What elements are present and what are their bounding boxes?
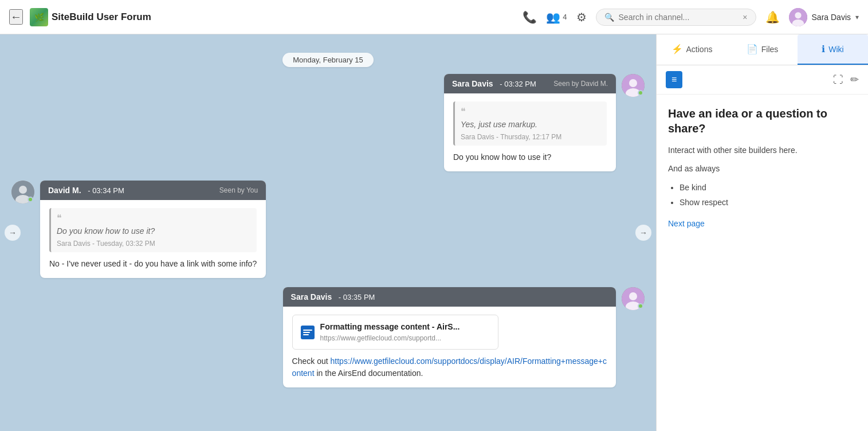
- phone-button[interactable]: 📞: [523, 10, 537, 24]
- chevron-down-icon: ▾: [855, 13, 859, 21]
- format-button[interactable]: ≡: [666, 71, 682, 88]
- list-item: Show respect: [680, 196, 857, 209]
- avatar-container: [11, 181, 34, 203]
- tab-actions-label: Actions: [686, 45, 713, 54]
- next-page-link[interactable]: Next page: [668, 219, 705, 228]
- app-logo: 🌿 SiteBuild User Forum: [30, 8, 151, 26]
- date-divider: Monday, February 15: [11, 53, 645, 67]
- svg-point-4: [629, 79, 637, 87]
- avatar-container: [622, 287, 645, 310]
- app-title: SiteBuild User Forum: [52, 11, 151, 23]
- chat-area: → → Monday, February 15 Sara Davis - 03:…: [0, 34, 656, 431]
- search-input[interactable]: [619, 13, 739, 22]
- collapse-right-button[interactable]: →: [635, 225, 651, 241]
- files-icon: 📄: [747, 44, 758, 54]
- tab-wiki-label: Wiki: [828, 45, 843, 54]
- members-button[interactable]: 👥 4: [546, 10, 567, 24]
- bubble-body: Formatting message content - AirS... htt…: [283, 307, 616, 387]
- quote-block: ❝ Do you know how to use it? Sara Davis …: [49, 208, 257, 252]
- message-body-text: No - I've never used it - do you have a …: [49, 258, 257, 270]
- message-sender: Sara Davis: [291, 292, 332, 301]
- message-body-text: Check out https://www.getfilecloud.com/s…: [292, 355, 607, 379]
- search-clear-icon[interactable]: ×: [743, 13, 747, 22]
- message-body-text: Do you know how to use it?: [453, 151, 607, 163]
- search-icon: 🔍: [604, 13, 614, 22]
- toolbar-right: ⛶ ✏: [833, 73, 859, 86]
- message-bubble: David M. - 03:34 PM Seen by You ❝ Do you…: [40, 181, 266, 278]
- svg-point-1: [795, 12, 801, 18]
- link-preview: Formatting message content - AirS... htt…: [292, 315, 498, 350]
- collapse-left-button[interactable]: →: [5, 225, 21, 241]
- link-preview-url: https://www.getfilecloud.com/supportd...: [320, 333, 460, 343]
- quote-author: Sara Davis - Thursday, 12:17 PM: [461, 132, 601, 142]
- link-preview-icon: [301, 326, 315, 339]
- search-box: 🔍 ×: [596, 9, 756, 26]
- quote-icon: ❝: [461, 107, 466, 116]
- members-icon: 👥: [546, 10, 560, 24]
- edit-button[interactable]: ✏: [850, 73, 859, 86]
- quote-icon: ❝: [57, 213, 62, 223]
- link-preview-title: Formatting message content - AirS...: [320, 321, 460, 333]
- panel-tabs: ⚡ Actions 📄 Files ℹ Wiki: [657, 34, 868, 65]
- message-bubble: Sara Davis - 03:32 PM Seen by David M. ❝…: [444, 74, 616, 171]
- bubble-header: Sara Davis - 03:35 PM: [283, 287, 616, 307]
- message-sender: Sara Davis: [452, 79, 493, 88]
- online-status-dot: [638, 303, 643, 309]
- header-actions: 📞 👥 4 ⚙ 🔍 × 🔔 Sara Davis ▾: [523, 8, 859, 26]
- main-layout: → → Monday, February 15 Sara Davis - 03:…: [0, 34, 868, 431]
- tab-actions[interactable]: ⚡ Actions: [657, 34, 727, 65]
- chat-messages: Monday, February 15 Sara Davis - 03:32 P…: [0, 34, 656, 431]
- wiki-icon: ℹ: [822, 44, 825, 54]
- table-row: David M. - 03:34 PM Seen by You ❝ Do you…: [11, 181, 645, 278]
- date-label: Monday, February 15: [282, 53, 374, 67]
- message-time: - 03:34 PM: [86, 186, 124, 195]
- tab-files[interactable]: 📄 Files: [727, 34, 798, 65]
- app-header: ← 🌿 SiteBuild User Forum 📞 👥 4 ⚙ 🔍 × 🔔: [0, 0, 868, 34]
- online-status-dot: [28, 197, 33, 202]
- settings-button[interactable]: ⚙: [576, 10, 587, 24]
- message-link[interactable]: https://www.getfilecloud.com/supportdocs…: [292, 356, 607, 378]
- tab-files-label: Files: [761, 45, 779, 54]
- bubble-body: ❝ Yes, just use markup. Sara Davis - Thu…: [444, 93, 616, 171]
- bell-icon[interactable]: 🔔: [765, 10, 780, 24]
- message-bubble: Sara Davis - 03:35 PM Formatting: [283, 287, 616, 387]
- message-time: - 03:35 PM: [336, 293, 375, 301]
- list-item: Be kind: [680, 181, 857, 194]
- right-panel: ⚡ Actions 📄 Files ℹ Wiki ≡ ⛶ ✏ Hav: [656, 34, 868, 431]
- user-avatar: [789, 8, 807, 26]
- wiki-heading: Have an idea or a question to share?: [668, 106, 857, 136]
- logo-icon: 🌿: [30, 8, 48, 26]
- quote-text: Yes, just use markup.: [461, 119, 601, 131]
- actions-icon: ⚡: [671, 44, 683, 54]
- panel-toolbar: ≡ ⛶ ✏: [657, 65, 868, 95]
- user-menu[interactable]: Sara Davis ▾: [789, 8, 859, 26]
- message-seen: Seen by You: [219, 186, 258, 194]
- link-preview-content: Formatting message content - AirS... htt…: [320, 321, 460, 343]
- table-row: Sara Davis - 03:35 PM Formatting: [11, 287, 645, 387]
- tab-wiki[interactable]: ℹ Wiki: [798, 34, 868, 65]
- quote-text: Do you know how to use it?: [57, 225, 251, 237]
- expand-button[interactable]: ⛶: [833, 73, 843, 86]
- toolbar-left: ≡: [666, 71, 682, 88]
- wiki-intro: Interact with other site builders here.: [668, 144, 857, 156]
- message-time: - 03:32 PM: [498, 80, 536, 88]
- avatar-container: [622, 74, 645, 97]
- svg-point-11: [629, 292, 637, 300]
- online-status-dot: [638, 90, 643, 96]
- members-count: 4: [563, 13, 567, 21]
- wiki-and-as-always: And as always: [668, 162, 857, 175]
- wiki-list: Be kind Show respect: [668, 181, 857, 209]
- quote-author: Sara Davis - Tuesday, 03:32 PM: [57, 238, 251, 249]
- wiki-body: Interact with other site builders here. …: [668, 144, 857, 230]
- message-sender: David M.: [48, 186, 81, 195]
- table-row: Sara Davis - 03:32 PM Seen by David M. ❝…: [11, 74, 645, 171]
- bubble-body: ❝ Do you know how to use it? Sara Davis …: [40, 200, 266, 278]
- back-button[interactable]: ←: [9, 9, 23, 25]
- panel-content: Have an idea or a question to share? Int…: [657, 95, 868, 431]
- bubble-header: Sara Davis - 03:32 PM Seen by David M.: [444, 74, 616, 93]
- message-seen: Seen by David M.: [553, 80, 608, 88]
- bubble-header: David M. - 03:34 PM Seen by You: [40, 181, 266, 200]
- quote-block: ❝ Yes, just use markup. Sara Davis - Thu…: [453, 101, 607, 146]
- svg-point-7: [19, 186, 27, 194]
- user-name: Sara Davis: [812, 13, 851, 22]
